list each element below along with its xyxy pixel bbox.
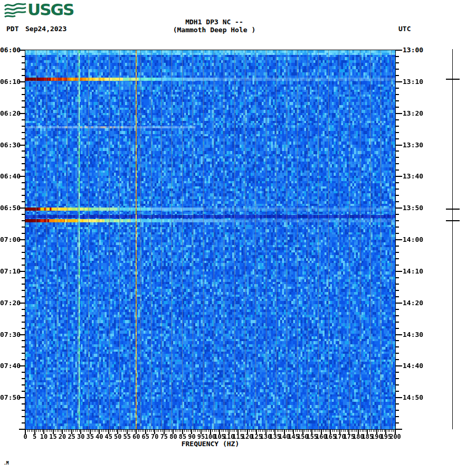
x-axis-tick bbox=[98, 429, 98, 432]
y-axis-left-tick bbox=[22, 265, 25, 266]
x-axis-tick bbox=[297, 429, 298, 432]
y-axis-right-tick bbox=[395, 233, 399, 234]
y-axis-left-tick bbox=[22, 315, 25, 316]
y-axis-right-tick bbox=[395, 239, 402, 240]
timezone-right-label: UTC bbox=[398, 25, 411, 33]
x-axis-tick bbox=[121, 429, 122, 432]
x-axis-tick bbox=[57, 429, 58, 432]
x-axis-tick bbox=[77, 429, 78, 432]
x-axis-tick bbox=[222, 429, 222, 432]
x-axis-tick bbox=[135, 429, 135, 432]
x-axis-tick bbox=[338, 429, 338, 432]
x-axis-tick bbox=[255, 429, 255, 432]
y-axis-left-tick bbox=[22, 322, 25, 323]
y-axis-right-tick bbox=[395, 145, 402, 146]
x-axis-tick bbox=[116, 429, 117, 432]
x-axis-tick bbox=[73, 429, 74, 432]
x-axis-tick bbox=[364, 429, 364, 432]
y-axis-right-tick bbox=[395, 315, 399, 316]
right-axis-tick-label: 13:00 bbox=[403, 46, 423, 54]
event-marker-tick bbox=[446, 209, 460, 210]
x-axis-tick bbox=[175, 429, 176, 432]
x-axis-tick bbox=[314, 429, 315, 432]
right-axis-tick-label: 13:40 bbox=[403, 172, 423, 180]
x-axis-tick bbox=[129, 429, 129, 432]
y-axis-left-tick bbox=[22, 378, 25, 379]
x-axis-tick bbox=[147, 429, 148, 432]
event-marker-tick bbox=[446, 220, 460, 221]
x-axis-tick bbox=[166, 429, 166, 432]
x-axis-tick bbox=[299, 429, 300, 432]
left-axis-tick-label: 06:00 bbox=[0, 46, 18, 54]
y-axis-left-tick bbox=[22, 100, 25, 101]
y-axis-left-tick bbox=[22, 88, 25, 89]
x-axis-tick bbox=[351, 429, 351, 432]
x-axis-tick bbox=[105, 429, 106, 432]
y-axis-left-tick bbox=[22, 384, 25, 385]
left-axis-tick-label: 07:30 bbox=[0, 331, 18, 338]
y-axis-left-tick bbox=[22, 359, 25, 360]
y-axis-left-tick bbox=[22, 195, 25, 196]
left-axis-tick-label: 06:50 bbox=[0, 204, 18, 212]
y-axis-right-tick bbox=[395, 81, 402, 82]
x-axis-tick bbox=[325, 429, 326, 432]
x-axis-tick bbox=[46, 429, 46, 432]
y-axis-right-tick bbox=[395, 150, 399, 152]
y-axis-right-tick bbox=[395, 322, 399, 323]
y-axis-left-tick bbox=[22, 353, 25, 354]
x-axis-tick bbox=[225, 429, 226, 432]
y-axis-right-tick bbox=[395, 290, 399, 291]
y-axis-right-tick bbox=[395, 182, 399, 183]
left-axis-tick-label: 06:40 bbox=[0, 172, 18, 180]
x-axis-tick bbox=[29, 429, 30, 432]
x-axis-tick bbox=[356, 429, 357, 432]
x-axis-tick bbox=[205, 429, 205, 432]
y-axis-right-tick bbox=[395, 62, 399, 63]
x-axis-tick bbox=[212, 429, 213, 432]
x-axis-tick bbox=[64, 429, 65, 432]
y-axis-right-tick bbox=[395, 126, 399, 127]
y-axis-right-tick bbox=[395, 258, 399, 259]
x-axis-tick bbox=[194, 429, 194, 432]
y-axis-left-tick bbox=[22, 56, 25, 57]
y-axis-right-tick bbox=[395, 246, 399, 247]
y-axis-left-tick bbox=[22, 233, 25, 234]
left-axis-tick-label: 06:30 bbox=[0, 141, 18, 149]
y-axis-right-tick bbox=[395, 372, 399, 373]
y-axis-left-tick bbox=[22, 169, 25, 171]
x-axis-tick bbox=[264, 429, 264, 432]
y-axis-right-tick bbox=[395, 391, 399, 392]
y-axis-left-tick bbox=[22, 157, 25, 158]
y-axis-left-tick bbox=[22, 75, 25, 76]
right-axis-tick-label: 13:50 bbox=[403, 204, 423, 212]
usgs-logo: USGS bbox=[4, 2, 73, 17]
x-axis-tick bbox=[233, 429, 233, 432]
y-axis-right-tick bbox=[395, 271, 402, 272]
y-axis-right-tick bbox=[395, 138, 399, 139]
x-axis-tick bbox=[336, 429, 337, 432]
x-axis-tick bbox=[168, 429, 168, 432]
y-axis-right-tick bbox=[395, 163, 399, 164]
y-axis-left-tick bbox=[22, 277, 25, 278]
right-axis-tick-label: 14:50 bbox=[403, 393, 423, 401]
x-axis-tick bbox=[92, 429, 92, 432]
x-axis-tick bbox=[206, 429, 207, 432]
y-axis-left-tick bbox=[22, 416, 25, 417]
x-axis-tick bbox=[307, 429, 307, 432]
x-axis-tick bbox=[96, 429, 96, 432]
y-axis-right-tick bbox=[395, 429, 402, 430]
event-marker-line bbox=[452, 49, 453, 429]
right-axis-tick-label: 14:20 bbox=[403, 299, 423, 307]
y-axis-right-tick bbox=[395, 201, 399, 202]
x-axis-tick bbox=[88, 429, 89, 432]
right-axis-tick-label: 14:00 bbox=[403, 236, 423, 243]
y-axis-right-tick bbox=[395, 340, 399, 341]
x-axis-tick bbox=[290, 429, 290, 432]
y-axis-left-tick bbox=[22, 340, 25, 341]
x-axis-tick bbox=[384, 429, 385, 432]
x-axis-tick bbox=[260, 429, 261, 432]
y-axis-right-tick bbox=[395, 195, 399, 196]
x-axis-tick bbox=[223, 429, 224, 432]
y-axis-left-tick bbox=[22, 69, 25, 70]
y-axis-right-tick bbox=[395, 284, 399, 285]
